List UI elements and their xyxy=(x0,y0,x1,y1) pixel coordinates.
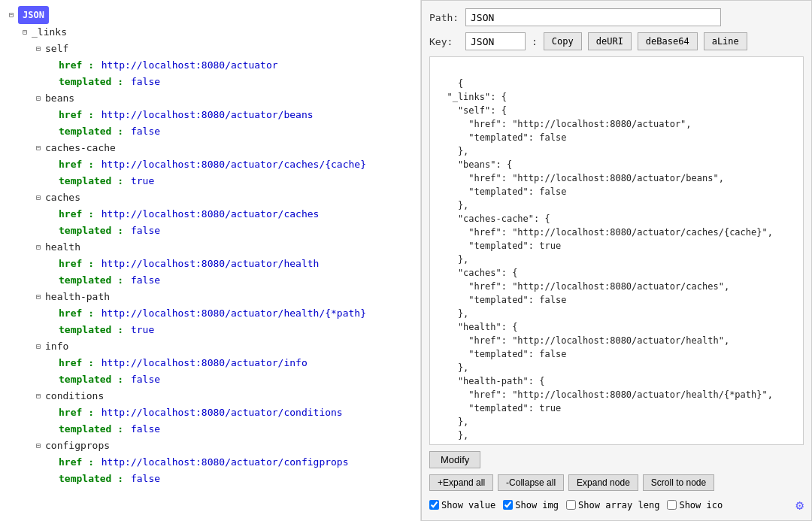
health-path-node: ⊟ health-path href : http://localhost:80… xyxy=(33,289,417,338)
show-array-leng-label[interactable]: Show array leng xyxy=(566,500,659,510)
cond-href-row: href : http://localhost:8080/actuator/co… xyxy=(47,404,417,421)
cp-href-row: href : http://localhost:8080/actuator/co… xyxy=(47,454,417,471)
info-label: info xyxy=(45,338,68,355)
health-label: health xyxy=(45,239,80,256)
configprops-row: ⊟ configprops xyxy=(33,438,417,454)
options-row: Show value Show img Show array leng Show… xyxy=(429,497,804,513)
conditions-row: ⊟ conditions xyxy=(33,388,417,404)
beans-href-value: http://localhost:8080/actuator/beans xyxy=(95,107,314,123)
json-content-box[interactable]: { "_links": { "self": { "href": "http://… xyxy=(429,56,804,445)
beans-templated-key: templated : xyxy=(59,123,123,140)
show-array-leng-text: Show array leng xyxy=(578,500,659,510)
beans-row: ⊟ beans xyxy=(33,90,417,107)
caches-cache-label: caches-cache xyxy=(45,140,116,156)
links-expand-icon[interactable]: ⊟ xyxy=(20,27,30,38)
beans-node: ⊟ beans href : http://localhost:8080/act… xyxy=(33,90,417,140)
show-img-checkbox[interactable] xyxy=(503,500,513,510)
show-array-leng-checkbox[interactable] xyxy=(566,500,576,510)
gear-icon[interactable]: ⚙ xyxy=(795,497,804,513)
health-node: ⊟ health href : http://localhost:8080/ac… xyxy=(33,239,417,289)
cc-templated-row: templated : true xyxy=(47,173,417,189)
key-row: Key: : Copy deURI deBase64 aLine xyxy=(429,32,804,50)
self-templated-key: templated : xyxy=(59,74,123,90)
caches-node: ⊟ caches href : http://localhost:8080/ac… xyxy=(33,189,417,239)
show-img-label[interactable]: Show img xyxy=(503,500,559,510)
copy-button[interactable]: Copy xyxy=(544,32,582,50)
cond-href-key: href : xyxy=(59,404,94,421)
beans-expand-icon[interactable]: ⊟ xyxy=(33,93,44,104)
path-row: Path: xyxy=(429,8,804,26)
configprops-children: href : http://localhost:8080/actuator/co… xyxy=(33,454,417,487)
cp-href-value: http://localhost:8080/actuator/configpro… xyxy=(95,454,349,471)
show-value-label[interactable]: Show value xyxy=(429,500,495,510)
caches-templated-value: false xyxy=(125,223,160,239)
caches-children: href : http://localhost:8080/actuator/ca… xyxy=(33,206,417,239)
expand-all-button[interactable]: +Expand all xyxy=(429,474,493,491)
tree-root: ⊟ JSON ⊟ _links ⊟ self xyxy=(3,6,417,487)
health-expand-icon[interactable]: ⊟ xyxy=(33,242,44,253)
beans-templated-row: templated : false xyxy=(47,123,417,140)
info-templated-value: false xyxy=(125,371,160,388)
cc-href-row: href : http://localhost:8080/actuator/ca… xyxy=(47,156,417,173)
cond-templated-key: templated : xyxy=(59,421,123,438)
configprops-expand-icon[interactable]: ⊟ xyxy=(33,441,44,451)
self-children: href : http://localhost:8080/actuator te… xyxy=(33,57,417,90)
beans-templated-value: false xyxy=(125,123,160,140)
show-ico-label[interactable]: Show ico xyxy=(667,500,723,510)
health-templated-key: templated : xyxy=(59,272,123,289)
self-href-value: http://localhost:8080/actuator xyxy=(95,57,278,74)
path-input[interactable] xyxy=(465,8,721,26)
health-row: ⊟ health xyxy=(33,239,417,256)
cp-href-key: href : xyxy=(59,454,94,471)
root-expand-icon[interactable]: ⊟ xyxy=(6,10,17,20)
key-input[interactable] xyxy=(465,32,526,50)
info-expand-icon[interactable]: ⊟ xyxy=(33,341,44,352)
collapse-all-button[interactable]: -Collapse all xyxy=(498,474,564,491)
show-ico-checkbox[interactable] xyxy=(667,500,677,510)
beans-href-key: href : xyxy=(59,107,94,123)
info-href-row: href : http://localhost:8080/actuator/in… xyxy=(47,355,417,371)
links-node: ⊟ _links ⊟ self xyxy=(20,24,417,487)
path-label: Path: xyxy=(429,12,459,23)
self-expand-icon[interactable]: ⊟ xyxy=(33,44,44,54)
expand-node-button[interactable]: Expand node xyxy=(568,474,638,491)
modify-button[interactable]: Modify xyxy=(429,451,480,468)
caches-href-key: href : xyxy=(59,206,94,223)
health-path-label: health-path xyxy=(45,289,110,305)
debase64-button[interactable]: deBase64 xyxy=(638,32,698,50)
health-children: href : http://localhost:8080/actuator/he… xyxy=(33,256,417,289)
show-value-checkbox[interactable] xyxy=(429,500,439,510)
aline-button[interactable]: aLine xyxy=(704,32,747,50)
cp-templated-key: templated : xyxy=(59,471,123,487)
beans-href-row: href : http://localhost:8080/actuator/be… xyxy=(47,107,417,123)
self-node: ⊟ self href : http://localhost:8080/actu… xyxy=(33,41,417,90)
info-templated-key: templated : xyxy=(59,371,123,388)
info-row: ⊟ info xyxy=(33,338,417,355)
caches-templated-key: templated : xyxy=(59,223,123,239)
show-value-text: Show value xyxy=(441,500,495,510)
deuri-button[interactable]: deURI xyxy=(588,32,632,50)
key-label: Key: xyxy=(429,36,459,47)
caches-expand-icon[interactable]: ⊟ xyxy=(33,192,44,203)
conditions-label: conditions xyxy=(45,388,104,404)
health-path-row: ⊟ health-path xyxy=(33,289,417,305)
caches-row: ⊟ caches xyxy=(33,189,417,206)
beans-label: beans xyxy=(45,90,74,107)
caches-cache-expand-icon[interactable]: ⊟ xyxy=(33,143,44,153)
health-path-expand-icon[interactable]: ⊟ xyxy=(33,292,44,302)
conditions-expand-icon[interactable]: ⊟ xyxy=(33,391,44,401)
show-ico-text: Show ico xyxy=(679,500,723,510)
conditions-node: ⊟ conditions href : http://localhost:808… xyxy=(33,388,417,438)
cc-href-key: href : xyxy=(59,156,94,173)
right-panel: Path: Key: : Copy deURI deBase64 aLine {… xyxy=(421,0,812,521)
hp-href-value: http://localhost:8080/actuator/health/{*… xyxy=(95,305,366,322)
info-node: ⊟ info href : http://localhost:8080/actu… xyxy=(33,338,417,388)
scroll-to-node-button[interactable]: Scroll to node xyxy=(643,474,714,491)
health-templated-value: false xyxy=(125,272,160,289)
health-path-children: href : http://localhost:8080/actuator/he… xyxy=(33,305,417,338)
json-badge[interactable]: JSON xyxy=(18,6,49,24)
links-row: ⊟ _links xyxy=(20,24,417,41)
self-href-row: href : http://localhost:8080/actuator xyxy=(47,57,417,74)
caches-cache-node: ⊟ caches-cache href : http://localhost:8… xyxy=(33,140,417,189)
self-row: ⊟ self xyxy=(33,41,417,57)
